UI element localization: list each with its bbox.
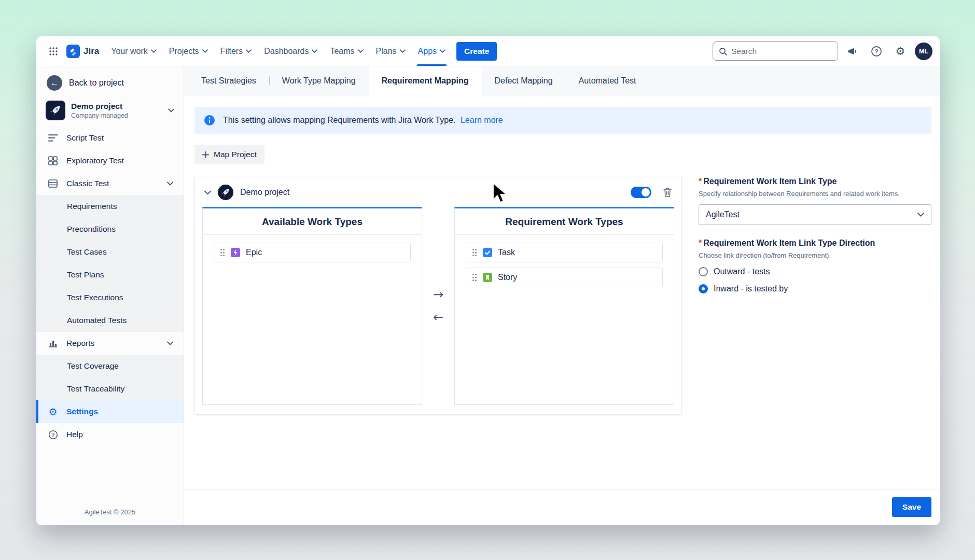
nav-label: Teams xyxy=(330,47,354,56)
sidebar-item-help[interactable]: ? Help xyxy=(36,423,184,446)
app-window: Jira Your work Projects Filters Dashboar… xyxy=(36,36,940,525)
drag-handle[interactable] xyxy=(472,248,477,257)
link-type-select[interactable]: AgileTest xyxy=(699,204,931,225)
sidebar-project-header[interactable]: Demo project Company-managed xyxy=(36,97,184,127)
nav-plans[interactable]: Plans xyxy=(370,36,411,66)
search-icon xyxy=(719,47,727,55)
link-type-panel: *Requirement Work Item Link Type Specify… xyxy=(682,177,931,293)
sidebar-item-label: Classic Test xyxy=(66,179,109,188)
work-type-item-epic[interactable]: Epic xyxy=(214,243,411,262)
nav-apps[interactable]: Apps xyxy=(412,36,451,66)
project-card-header: Demo project xyxy=(195,177,681,207)
work-type-columns: Available Work Types xyxy=(195,207,681,414)
radio-outward-tests[interactable]: Outward - tests xyxy=(699,267,931,276)
sidebar-item-label: Settings xyxy=(66,407,98,416)
info-icon xyxy=(204,115,215,126)
sidebar-item-test-executions[interactable]: Test Executions xyxy=(36,286,184,309)
drag-handle[interactable] xyxy=(472,273,477,282)
requirement-box-title: Requirement Work Types xyxy=(455,208,674,235)
radio-circle-selected-icon xyxy=(699,284,708,293)
link-type-description: Specify relationship between Requirement… xyxy=(699,190,931,198)
radio-inward-is-tested-by[interactable]: Inward - is tested by xyxy=(699,284,931,293)
tab-defect-mapping[interactable]: Defect Mapping xyxy=(482,66,566,95)
chevron-down-icon xyxy=(917,213,924,217)
nav-filters[interactable]: Filters xyxy=(215,36,258,66)
project-mapping-card: Demo project xyxy=(194,177,682,415)
main-area: Test Strategies Work Type Mapping Requir… xyxy=(184,66,940,525)
settings-gear-icon[interactable]: ⚙ xyxy=(891,42,910,61)
user-avatar[interactable]: ML xyxy=(915,43,932,60)
sidebar-item-label: Reports xyxy=(66,339,94,348)
sidebar-item-test-plans[interactable]: Test Plans xyxy=(36,263,184,286)
sidebar-item-preconditions[interactable]: Preconditions xyxy=(36,218,184,241)
desktop-background: Jira Your work Projects Filters Dashboar… xyxy=(0,0,975,560)
sidebar-item-script-test[interactable]: Script Test xyxy=(36,127,184,149)
drag-handle[interactable] xyxy=(220,248,225,257)
work-type-item-story[interactable]: Story xyxy=(466,268,663,287)
required-asterisk: * xyxy=(699,177,702,186)
sidebar-item-automated-tests[interactable]: Automated Tests xyxy=(36,309,184,332)
banner-message: This setting allows mapping Requirements… xyxy=(223,116,455,124)
transfer-arrows: → ← xyxy=(422,207,454,405)
direction-title: *Requirement Work Item Link Type Directi… xyxy=(699,239,931,248)
tab-automated-test[interactable]: Automated Test xyxy=(566,66,649,95)
radio-label: Inward - is tested by xyxy=(714,284,788,293)
nav-label: Dashboards xyxy=(264,47,309,56)
required-asterisk: * xyxy=(699,239,702,247)
back-to-project[interactable]: ← Back to project xyxy=(36,66,184,97)
sidebar-item-label: Script Test xyxy=(66,133,104,143)
sidebar-item-settings[interactable]: ⚙ Settings xyxy=(36,400,184,423)
tab-test-strategies[interactable]: Test Strategies xyxy=(188,66,269,95)
project-card-avatar xyxy=(218,185,233,200)
sidebar-project-name: Demo project xyxy=(71,102,128,111)
svg-text:?: ? xyxy=(875,48,879,54)
sidebar-item-test-traceability[interactable]: Test Traceability xyxy=(36,377,184,400)
sidebar-item-reports[interactable]: Reports xyxy=(36,332,184,355)
save-button[interactable]: Save xyxy=(892,497,931,517)
work-type-label: Story xyxy=(498,273,517,282)
nav-teams[interactable]: Teams xyxy=(324,36,369,66)
svg-text:?: ? xyxy=(51,431,54,437)
learn-more-link[interactable]: Learn more xyxy=(461,116,503,124)
sidebar-item-label: Requirements xyxy=(67,202,117,211)
sidebar-item-test-cases[interactable]: Test Cases xyxy=(36,241,184,263)
available-box-title: Available Work Types xyxy=(203,208,422,235)
info-banner: This setting allows mapping Requirements… xyxy=(194,107,931,134)
map-project-button[interactable]: Map Project xyxy=(194,145,264,164)
nav-your-work[interactable]: Your work xyxy=(105,36,162,66)
nav-label: Filters xyxy=(220,47,243,56)
direction-description: Choose link direction (to/from Requireme… xyxy=(699,251,931,259)
announcement-icon[interactable] xyxy=(843,42,862,61)
search-input[interactable] xyxy=(731,47,832,56)
nav-label: Plans xyxy=(376,47,397,56)
sidebar-item-test-coverage[interactable]: Test Coverage xyxy=(36,355,184,377)
create-button[interactable]: Create xyxy=(456,42,497,61)
help-icon[interactable]: ? xyxy=(867,42,886,61)
project-enabled-toggle[interactable] xyxy=(631,187,651,198)
app-switcher-icon[interactable] xyxy=(44,36,63,66)
work-type-item-task[interactable]: Task xyxy=(466,243,663,262)
tab-work-type-mapping[interactable]: Work Type Mapping xyxy=(269,66,369,95)
link-type-title: *Requirement Work Item Link Type xyxy=(699,177,931,186)
tab-requirement-mapping[interactable]: Requirement Mapping xyxy=(369,66,482,95)
nav-label: Projects xyxy=(169,47,199,56)
link-type-selected-value: AgileTest xyxy=(706,210,740,219)
sidebar-item-exploratory-test[interactable]: Exploratory Test xyxy=(36,149,184,172)
sidebar-item-label: Test Coverage xyxy=(67,361,119,371)
direction-title-text: Requirement Work Item Link Type Directio… xyxy=(703,239,875,247)
nav-projects[interactable]: Projects xyxy=(163,36,214,66)
nav-dashboards[interactable]: Dashboards xyxy=(258,36,323,66)
move-left-button[interactable]: ← xyxy=(433,311,443,324)
move-right-button[interactable]: → xyxy=(433,288,443,301)
jira-logo[interactable]: Jira xyxy=(64,36,104,66)
sidebar-item-label: Automated Tests xyxy=(67,316,127,325)
collapse-chevron-icon[interactable] xyxy=(204,190,211,195)
trash-icon[interactable] xyxy=(663,187,672,198)
gear-icon: ⚙ xyxy=(47,406,59,418)
global-search[interactable] xyxy=(713,41,838,61)
settings-tabbar: Test Strategies Work Type Mapping Requir… xyxy=(184,66,940,95)
help-circle-icon: ? xyxy=(47,430,59,440)
sidebar-footer: AgileTest © 2025 xyxy=(36,500,184,525)
sidebar-item-requirements[interactable]: Requirements xyxy=(36,195,184,218)
sidebar-item-classic-test[interactable]: Classic Test xyxy=(36,172,184,195)
